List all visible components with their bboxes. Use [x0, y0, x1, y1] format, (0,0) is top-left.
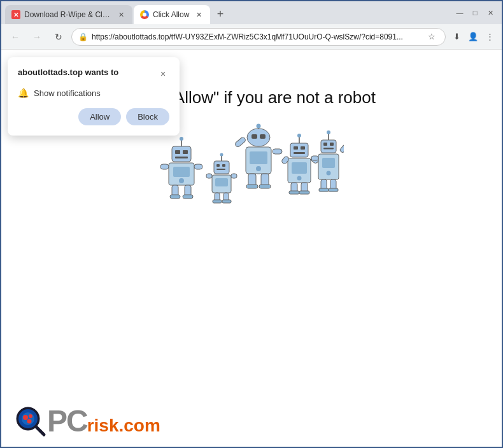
maximize-button[interactable]: □	[470, 8, 480, 18]
svg-point-66	[327, 171, 331, 176]
svg-rect-72	[329, 188, 338, 192]
svg-rect-23	[206, 174, 212, 178]
svg-line-79	[36, 427, 44, 435]
svg-rect-18	[216, 164, 220, 167]
svg-rect-14	[183, 195, 193, 199]
svg-rect-10	[194, 164, 202, 169]
svg-rect-19	[222, 164, 225, 167]
popup-buttons: Allow Block	[18, 108, 169, 125]
tab-1[interactable]: ✕ Download R-Wipe & Clean 20... ✕	[5, 5, 132, 24]
popup-notification-text: Show notifications	[34, 88, 101, 98]
svg-rect-35	[250, 151, 267, 164]
svg-rect-7	[173, 167, 190, 177]
svg-rect-20	[216, 169, 225, 170]
url-text: https://aboutlottads.top/tfW-UY93ZExM-ZW…	[92, 32, 421, 41]
svg-rect-41	[246, 185, 258, 188]
svg-point-59	[327, 130, 330, 134]
svg-rect-65	[322, 158, 335, 168]
svg-point-8	[179, 178, 184, 183]
refresh-button[interactable]: ↻	[50, 28, 67, 46]
svg-rect-22	[215, 178, 228, 186]
security-icon: 🔒	[78, 32, 88, 41]
browser-frame: ✕ Download R-Wipe & Clean 20... ✕ Click …	[1, 1, 502, 447]
tab-bar: ✕ Download R-Wipe & Clean 20... ✕ Click …	[5, 1, 452, 24]
pcrisk-logo: PC risk.com	[14, 405, 160, 438]
svg-rect-57	[299, 191, 309, 194]
new-tab-button[interactable]: +	[211, 5, 229, 23]
block-button[interactable]: Block	[126, 108, 169, 125]
svg-rect-33	[260, 134, 266, 139]
svg-rect-60	[321, 140, 336, 153]
allow-button[interactable]: Allow	[78, 108, 121, 125]
tab2-favicon	[140, 10, 149, 19]
tab1-label: Download R-Wipe & Clean 20...	[24, 10, 112, 19]
robots-svg	[159, 123, 344, 212]
svg-point-51	[297, 176, 302, 181]
svg-rect-67	[339, 144, 344, 153]
svg-rect-32	[251, 134, 257, 139]
svg-rect-28	[222, 200, 231, 203]
svg-point-77	[29, 414, 32, 418]
risk-letters: risk.com	[87, 417, 160, 435]
popup-header: aboutlottads.top wants to ×	[18, 67, 169, 80]
popup-close-button[interactable]: ×	[157, 67, 169, 80]
bookmark-icon[interactable]: ☆	[425, 30, 439, 44]
svg-point-36	[256, 166, 261, 171]
svg-rect-42	[259, 185, 271, 188]
svg-rect-9	[160, 164, 169, 169]
svg-rect-38	[273, 149, 282, 154]
svg-rect-47	[301, 146, 305, 150]
bell-icon: 🔔	[18, 88, 29, 98]
profile-icon[interactable]: 👤	[466, 30, 480, 44]
svg-rect-24	[231, 174, 237, 178]
tab-2[interactable]: Click Allow ✕	[134, 5, 210, 24]
url-bar-icons: ☆	[425, 30, 439, 44]
svg-rect-62	[330, 143, 334, 146]
address-bar: ← → ↻ 🔒 https://aboutlottads.top/tfW-UY9…	[1, 24, 502, 50]
notification-popup: aboutlottads.top wants to × 🔔 Show notif…	[8, 57, 180, 136]
svg-point-76	[23, 415, 28, 420]
menu-icon[interactable]: ⋮	[483, 30, 497, 44]
forward-button[interactable]: →	[28, 28, 46, 46]
pc-letters: PC	[47, 406, 87, 437]
svg-rect-13	[170, 195, 180, 199]
svg-rect-4	[183, 150, 188, 154]
svg-rect-71	[319, 188, 329, 192]
back-button[interactable]: ←	[6, 28, 24, 46]
pcrisk-icon	[14, 405, 47, 438]
svg-rect-48	[294, 152, 305, 154]
svg-point-1	[180, 137, 183, 141]
popup-title: aboutlottads.top wants to	[18, 67, 118, 77]
pcrisk-text: PC risk.com	[47, 406, 160, 437]
svg-rect-56	[289, 191, 299, 194]
tab1-close[interactable]: ✕	[116, 10, 126, 20]
svg-point-78	[27, 419, 32, 424]
svg-point-16	[220, 153, 223, 157]
svg-rect-46	[294, 146, 298, 150]
svg-rect-17	[214, 161, 229, 174]
svg-rect-2	[172, 146, 191, 162]
minimize-button[interactable]: —	[455, 8, 465, 18]
svg-rect-68	[311, 156, 318, 160]
download-icon[interactable]: ⬇	[450, 30, 464, 44]
address-right-icons: ⬇ 👤 ⋮	[450, 30, 497, 44]
popup-notification-row: 🔔 Show notifications	[18, 88, 169, 98]
svg-rect-37	[234, 136, 246, 148]
svg-rect-63	[323, 148, 334, 150]
svg-point-30	[257, 124, 261, 129]
window-controls: — □ ✕	[455, 8, 498, 18]
svg-rect-27	[213, 200, 222, 203]
url-bar[interactable]: 🔒 https://aboutlottads.top/tfW-UY93ZExM-…	[71, 28, 446, 46]
svg-rect-61	[323, 143, 327, 146]
svg-rect-3	[175, 150, 180, 154]
title-bar: ✕ Download R-Wipe & Clean 20... ✕ Click …	[1, 1, 502, 24]
close-button[interactable]: ✕	[485, 8, 495, 18]
svg-point-31	[247, 129, 270, 146]
robots-illustration	[159, 123, 344, 212]
content-area: aboutlottads.top wants to × 🔔 Show notif…	[1, 50, 502, 447]
tab2-label: Click Allow	[153, 10, 190, 19]
svg-rect-5	[175, 157, 188, 158]
tab2-close[interactable]: ✕	[194, 10, 204, 20]
svg-point-44	[297, 134, 301, 137]
tab1-favicon: ✕	[11, 10, 20, 19]
